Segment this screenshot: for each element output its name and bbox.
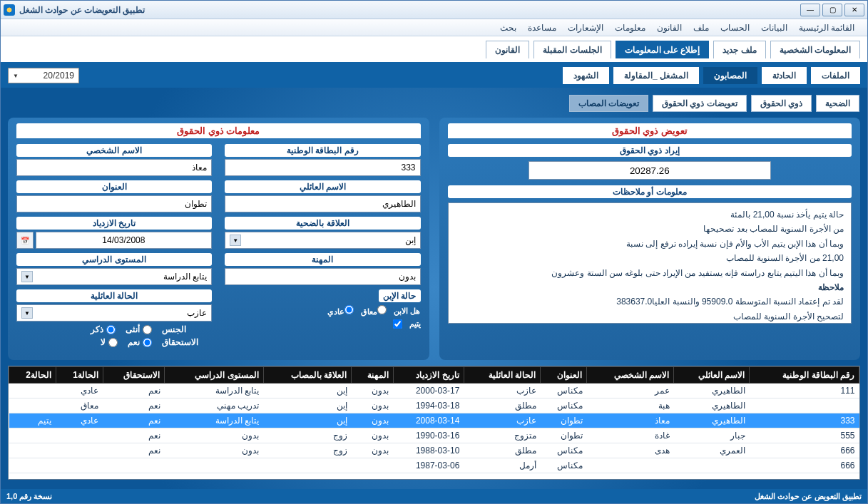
table-row[interactable]: الطاهيريهبةمكناسمطلق1994-03-18بدونإبنتدر… [9, 398, 859, 413]
select-relation[interactable]: إبن▼ [225, 232, 420, 249]
menubar: القائمة الرئيسيةالبياناتالحسابملفالقانون… [1, 19, 867, 36]
column-header[interactable]: العلاقة بالمصاب [263, 367, 352, 384]
minimize-button[interactable]: — [800, 4, 820, 16]
input-job[interactable] [225, 268, 420, 285]
app-title: تطبيق التعويضات عن حوادث الشغل [19, 5, 145, 15]
input-nid[interactable] [225, 159, 420, 176]
outer-tab[interactable]: القانون [486, 41, 529, 58]
sub-tab[interactable]: المصابون [703, 67, 757, 84]
inner-tab[interactable]: الضحية [816, 95, 859, 112]
radio-son-normal[interactable]: عادي [327, 305, 354, 317]
column-header[interactable]: العنوان [541, 367, 587, 384]
outer-tab[interactable]: الجلسات المقبلة [533, 41, 611, 58]
label-job: المهنة [225, 253, 420, 266]
menu-item[interactable]: معلومات [609, 21, 651, 35]
input-dob[interactable] [36, 232, 213, 249]
label-entitle: الاستحقاق [162, 337, 212, 347]
menu-item[interactable]: الحساب [715, 21, 755, 35]
radio-female[interactable]: أنثى [126, 324, 152, 334]
statusbar: تطبيق التعويض عن حوادث الشغل نسخة رقم 1,… [1, 489, 867, 503]
outer-tab[interactable]: ملف جديد [713, 41, 765, 58]
inner-tab[interactable]: تعويضات المصاب [569, 95, 648, 112]
checkbox-orphan[interactable] [393, 319, 402, 329]
radio-son-disabled[interactable]: معاق [361, 305, 387, 317]
column-header[interactable]: الاسم العائلي [674, 367, 750, 384]
outer-tab[interactable]: إطلاع على المعلومات [616, 41, 710, 58]
table-row[interactable]: 555جبارغادةتطوانمتزوج1990-03-16بدونزوجبد… [9, 428, 859, 443]
column-header[interactable]: الحالة1 [56, 367, 103, 384]
calendar-icon[interactable]: 📅 [16, 232, 34, 249]
label-lname: الاسم العائلي [225, 180, 420, 193]
chevron-down-icon: ▼ [230, 235, 241, 246]
son-type-row: هل الابن معاق عادي [225, 305, 420, 317]
menu-item[interactable]: البيانات [755, 21, 793, 35]
label-address: العنوان [16, 180, 212, 193]
year-value: 20/2019 [44, 71, 74, 81]
sub-bar: الملفاتالحادثةالمصابونالمشغل _المقاولةال… [1, 63, 867, 88]
column-header[interactable]: المهنة [352, 367, 393, 384]
year-select[interactable]: ▼ 20/2019 [8, 68, 79, 83]
chevron-down-icon: ▼ [21, 307, 33, 319]
table-row[interactable]: 666مكناسأرمل1987-03-06 [9, 458, 859, 473]
select-edu[interactable]: يتابع الدراسة▼ [16, 268, 212, 285]
beneficiaries-table[interactable]: رقم البطاقة الوطنيةالاسم العائليالاسم ال… [8, 366, 860, 480]
outer-tab[interactable]: المعلومات الشخصية [770, 41, 860, 58]
status-right: تطبيق التعويض عن حوادث الشغل [755, 492, 862, 501]
inner-tabs: الضحيةذوي الحقوقتعويضات ذوي الحقوقتعويضا… [8, 95, 859, 112]
chevron-down-icon: ▼ [21, 271, 33, 282]
chevron-down-icon: ▼ [13, 73, 19, 79]
column-header[interactable]: الحالة2 [9, 367, 56, 384]
sub-tab[interactable]: الملفات [811, 67, 860, 84]
radio-male[interactable]: ذكر [91, 324, 116, 334]
input-lname[interactable] [225, 195, 420, 212]
input-income[interactable] [529, 161, 771, 180]
app-icon [4, 4, 15, 16]
label-son-state: حالة الإبن [379, 289, 420, 302]
label-dob: تاريخ الازدياد [16, 217, 212, 230]
radio-entitle-yes[interactable]: نعم [128, 337, 152, 347]
menu-item[interactable]: القانون [651, 21, 688, 35]
menu-item[interactable]: القائمة الرئيسية [793, 21, 860, 35]
menu-item[interactable]: بحث [494, 21, 522, 35]
sub-tab[interactable]: الشهود [563, 67, 609, 84]
sub-tab[interactable]: المشغل _المقاولة [613, 67, 699, 84]
window-controls: — ▢ ✕ [800, 4, 864, 16]
inner-tab[interactable]: ذوي الحقوق [751, 95, 812, 112]
panel-title: تعويض ذوي الحقوق [448, 123, 852, 138]
sub-tabs: الملفاتالحادثةالمصابونالمشغل _المقاولةال… [563, 67, 860, 84]
label-notes: معلومات أو ملاحظات [448, 185, 852, 198]
inner-tab[interactable]: تعويضات ذوي الحقوق [653, 95, 747, 112]
table-row[interactable]: 666العمريهدىمكناسمطلق1988-03-10بدونزوجبد… [9, 443, 859, 458]
notes-area[interactable]: حالة يتيم يأخذ نسبة 21,00 بالمئةمن الأجر… [448, 202, 852, 324]
label-edu: المستوى الدراسي [16, 253, 212, 266]
menu-item[interactable]: مساعدة [522, 21, 562, 35]
sub-tab[interactable]: الحادثة [762, 67, 807, 84]
input-address[interactable] [16, 195, 212, 212]
table-row[interactable]: 111الطاهيريعمرمكناسعازب2000-03-17بدونإبن… [9, 384, 859, 398]
column-header[interactable]: تاريخ الازدياد [393, 367, 464, 384]
column-header[interactable]: المستوى الدراسي [165, 367, 263, 384]
menu-item[interactable]: الإشعارات [562, 21, 609, 35]
outer-tabs: المعلومات الشخصيةملف جديدإطلاع على المعل… [1, 36, 867, 63]
maximize-button[interactable]: ▢ [822, 4, 842, 16]
status-left: نسخة رقم 1,0 [6, 492, 52, 501]
beneficiary-info-panel: معلومات ذوي الحقوق رقم البطاقة الوطنية ا… [8, 118, 429, 360]
close-button[interactable]: ✕ [844, 4, 864, 16]
menu-item[interactable]: ملف [688, 21, 715, 35]
orphan-row: يتيم [225, 319, 420, 329]
panel-title: معلومات ذوي الحقوق [16, 123, 421, 138]
label-gender: الجنس [162, 324, 212, 334]
column-header[interactable]: الحالة العائلية [464, 367, 540, 384]
label-son-q: هل الابن [394, 307, 420, 316]
column-header[interactable]: رقم البطاقة الوطنية [750, 367, 859, 384]
titlebar: — ▢ ✕ تطبيق التعويضات عن حوادث الشغل [1, 1, 867, 19]
select-marital[interactable]: عازب▼ [16, 304, 212, 322]
input-fname[interactable] [16, 159, 212, 176]
app-window: — ▢ ✕ تطبيق التعويضات عن حوادث الشغل الق… [0, 0, 868, 504]
label-relation: العلاقة بالضحية [225, 217, 420, 230]
label-nid: رقم البطاقة الوطنية [225, 144, 420, 157]
table-row[interactable]: 333الطاهيريمعاذتطوانعازب2008-03-14بدونإب… [9, 413, 859, 428]
column-header[interactable]: الاستحقاق [103, 367, 165, 384]
radio-entitle-no[interactable]: لا [101, 337, 118, 347]
column-header[interactable]: الاسم الشخصي [587, 367, 674, 384]
